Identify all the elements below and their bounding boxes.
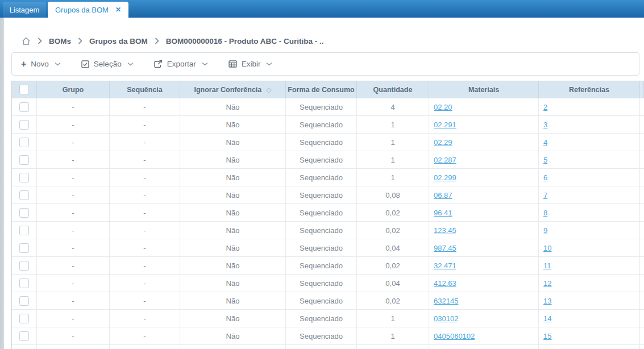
referencias-link[interactable]: 12 [543, 279, 551, 288]
cell-materiais: 02.29 [429, 134, 539, 151]
cell-materiais: 987.45 [429, 239, 539, 256]
cell-quantidade: 0,04 [357, 275, 429, 292]
cell-referencias: 11 [539, 257, 640, 274]
close-icon[interactable]: ✕ [115, 6, 121, 13]
cell-grupo: - [37, 239, 110, 256]
tab-grupos-da-bom[interactable]: Grupos da BOM ✕ [48, 2, 128, 18]
row-checkbox[interactable] [19, 226, 29, 235]
cell-forma: Sequenciado [286, 169, 357, 186]
cell-forma: Sequenciado [286, 98, 357, 115]
cell-quantidade: 0,02 [357, 292, 429, 309]
materiais-link[interactable]: 987.45 [434, 244, 456, 252]
tab-listagem[interactable]: Listagem [3, 2, 46, 18]
materiais-link[interactable]: 02.299 [434, 173, 456, 182]
breadcrumb-item-grupos[interactable]: Grupos da BOM [89, 37, 148, 45]
row-filler [640, 239, 644, 256]
materiais-link[interactable]: 123.45 [434, 226, 456, 235]
cell-referencias: 9 [539, 222, 640, 239]
column-header-referencias[interactable]: Referências [539, 81, 640, 98]
cell-sequencia: - [110, 116, 180, 133]
row-checkbox[interactable] [19, 173, 29, 182]
referencias-link[interactable]: 7 [543, 191, 547, 200]
app-window: Listagem Grupos da BOM ✕ BOMs Grupos da … [0, 0, 644, 349]
referencias-link[interactable]: 2 [543, 103, 547, 111]
row-filler [640, 151, 644, 168]
row-checkbox[interactable] [19, 279, 29, 288]
column-header-materiais[interactable]: Materiais [429, 81, 539, 98]
exibir-button[interactable]: Exibir [228, 60, 273, 68]
row-checkbox[interactable] [19, 138, 29, 147]
cell-grupo: - [37, 257, 110, 274]
materiais-link[interactable]: 412.63 [434, 279, 456, 288]
cell-select [12, 116, 37, 133]
home-icon[interactable] [22, 37, 31, 45]
row-checkbox[interactable] [19, 296, 29, 306]
column-header-forma-de-consumo[interactable]: Forma de Consumo [286, 81, 357, 98]
row-checkbox[interactable] [19, 102, 29, 112]
cell-grupo: - [37, 134, 110, 151]
referencias-link[interactable]: 14 [543, 314, 551, 323]
column-header-ignorar-conferencia[interactable]: Ignorar Conferência ◇ [180, 81, 286, 98]
breadcrumb-item-bom-current: BOM000000016 - Produto ABC - Curitiba - … [166, 37, 324, 45]
row-checkbox[interactable] [19, 331, 29, 341]
materiais-link[interactable]: 06.87 [434, 191, 452, 200]
materiais-link[interactable]: 02.29 [434, 138, 452, 147]
cell-ignorar: Não [180, 292, 286, 309]
cell-referencias: 4 [539, 134, 640, 151]
materiais-link[interactable]: 32.471 [434, 261, 456, 270]
materiais-link[interactable]: 0405060102 [434, 332, 475, 340]
exportar-button[interactable]: Exportar [154, 60, 208, 68]
column-header-sequencia[interactable]: Sequência [110, 81, 180, 98]
referencias-link[interactable]: 13 [543, 297, 551, 305]
materiais-link[interactable]: 96.41 [434, 209, 452, 217]
cell-materiais: 96.41 [429, 204, 539, 221]
referencias-link[interactable]: 4 [543, 138, 547, 147]
materiais-link[interactable]: 030102 [434, 314, 458, 323]
column-header-grupo[interactable]: Grupo [37, 81, 110, 98]
referencias-link[interactable]: 3 [543, 121, 547, 129]
sort-icon[interactable]: ◇ [266, 86, 271, 94]
cell-ignorar: Não [180, 151, 286, 168]
novo-button[interactable]: + Novo [21, 60, 61, 69]
referencias-link[interactable]: 15 [543, 332, 551, 340]
cell-select [12, 98, 37, 115]
plus-icon: + [21, 60, 26, 69]
referencias-link[interactable]: 11 [543, 261, 551, 270]
cell-forma: Sequenciado [286, 116, 357, 133]
breadcrumb-item-boms[interactable]: BOMs [49, 37, 71, 45]
cell-grupo: - [37, 98, 110, 115]
exportar-button-label: Exportar [167, 60, 196, 68]
select-all-checkbox[interactable] [19, 85, 29, 94]
referencias-link[interactable]: 5 [543, 156, 547, 164]
referencias-link[interactable]: 10 [543, 244, 551, 252]
referencias-link[interactable]: 6 [543, 173, 547, 182]
referencias-link[interactable]: 8 [543, 209, 547, 217]
cell-forma: Sequenciado [286, 310, 357, 327]
materiais-link[interactable]: 02.20 [434, 103, 452, 111]
referencias-link[interactable]: 9 [543, 226, 547, 235]
chevron-down-icon [266, 62, 272, 66]
column-header-quantidade[interactable]: Quantidade [357, 81, 429, 98]
table-row: --NãoSequenciado0,02123.459 [12, 222, 644, 239]
cell-materiais: 123.45 [429, 222, 539, 239]
cell-select [12, 134, 37, 151]
cell-ignorar: Não [180, 327, 286, 344]
row-checkbox[interactable] [19, 243, 29, 253]
row-checkbox[interactable] [19, 208, 29, 218]
selecao-button[interactable]: Seleção [81, 60, 134, 68]
cell-quantidade: 1 [357, 327, 429, 344]
chevron-down-icon [55, 62, 61, 66]
materiais-link[interactable]: 632145 [434, 297, 458, 305]
cell-grupo: - [37, 169, 110, 186]
materiais-link[interactable]: 02.291 [434, 121, 456, 129]
header-select-all[interactable] [12, 81, 37, 98]
cell-materiais: 02.299 [429, 169, 539, 186]
row-checkbox[interactable] [19, 190, 29, 200]
row-checkbox[interactable] [19, 155, 29, 165]
materiais-link[interactable]: 02.287 [434, 156, 456, 164]
row-checkbox[interactable] [19, 261, 29, 271]
table-row [12, 345, 644, 349]
row-checkbox[interactable] [19, 120, 29, 130]
row-checkbox[interactable] [19, 314, 29, 323]
row-filler [640, 98, 644, 115]
